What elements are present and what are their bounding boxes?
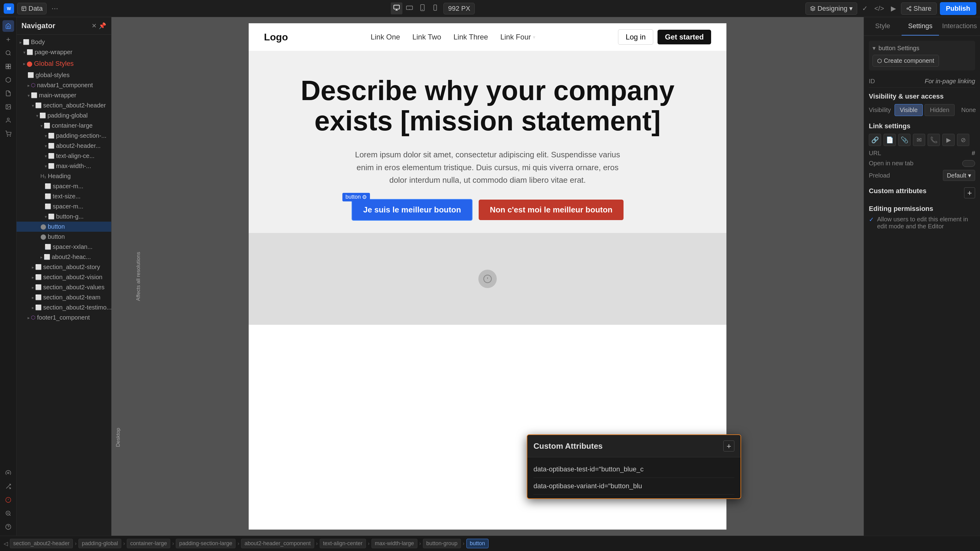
link-type-section-button[interactable]: 📎 — [898, 134, 910, 146]
pages-icon-button[interactable] — [2, 87, 14, 99]
designing-mode-button[interactable]: Designing ▾ — [805, 2, 857, 15]
id-label: ID — [869, 78, 875, 85]
id-value[interactable]: For in-page linking — [924, 78, 975, 85]
url-value[interactable]: # — [972, 150, 975, 157]
add-custom-attribute-button[interactable]: + — [723, 440, 734, 451]
cms-icon-button[interactable] — [2, 74, 14, 86]
components-icon-button[interactable] — [2, 60, 14, 72]
tab-settings[interactable]: Settings — [902, 17, 939, 35]
nav-item-page-wrapper[interactable]: ▾ ⬜ page-wrapper — [16, 47, 111, 57]
link-type-email-button[interactable]: ✉ — [913, 134, 925, 146]
breadcrumb-button[interactable]: button — [466, 539, 488, 548]
breadcrumb-section-about2-header[interactable]: section_about2-header — [10, 539, 73, 548]
nav-item-main-wrapper[interactable]: ▾ ⬜ main-wrapper — [16, 90, 111, 100]
nav-item-button-1[interactable]: ⬤ button — [16, 222, 111, 232]
viewport-tablet-portrait-button[interactable] — [417, 2, 428, 14]
nav-item-section-team[interactable]: ▸ ⬜ section_about2-team — [16, 292, 111, 302]
nav-item-global-styles-css[interactable]: ⬜ global-styles — [16, 70, 111, 80]
nav-item-max-width[interactable]: ▾ ⬜ max-width-... — [16, 161, 111, 171]
settings-icon-button[interactable] — [2, 467, 14, 479]
link-type-page-button[interactable]: 📄 — [883, 134, 896, 146]
add-custom-attribute-panel-button[interactable]: + — [964, 187, 975, 198]
integrations-icon-button[interactable] — [2, 481, 14, 492]
users-icon-button[interactable] — [2, 114, 14, 126]
breadcrumb-about2-header-component[interactable]: about2-header_component — [241, 539, 314, 548]
breadcrumb-text-align-center[interactable]: text-align-center — [320, 539, 366, 548]
nav-item-spacer-m1[interactable]: ⬜ spacer-m... — [16, 181, 111, 191]
add-element-icon-button[interactable] — [2, 34, 14, 45]
assets-icon-button[interactable] — [2, 101, 14, 113]
viewport-mobile-button[interactable] — [430, 2, 441, 14]
link-settings-title: Link settings — [869, 122, 975, 130]
viewport-tablet-landscape-button[interactable] — [404, 2, 415, 14]
bottom-bar-back-icon[interactable]: ◁ — [4, 540, 8, 547]
share-button[interactable]: Share — [901, 2, 937, 15]
code-editor-button[interactable]: </> — [872, 3, 886, 14]
nav-link-three[interactable]: Link Three — [453, 33, 488, 41]
button-group-wrapper: button ⚙ Je suis le meilleur bouton — [352, 199, 473, 221]
tab-style[interactable]: Style — [864, 17, 902, 35]
nav-item-spacer-xxlan[interactable]: ⬜ spacer-xxlan... — [16, 242, 111, 252]
more-options-button[interactable]: ⋯ — [49, 3, 60, 14]
navigator-icon-button[interactable] — [2, 20, 14, 32]
breadcrumb-button-group[interactable]: button-group — [423, 539, 461, 548]
nav-link-two[interactable]: Link Two — [412, 33, 441, 41]
nav-item-button-group[interactable]: ▾ ⬜ button-g... — [16, 211, 111, 222]
nav-item-global-styles[interactable]: ▸ ⬤ Global Styles — [16, 57, 111, 70]
create-component-button[interactable]: Create component — [872, 55, 939, 67]
search-icon-button[interactable] — [2, 47, 14, 59]
nav-item-about2-heac[interactable]: ▸ ⬜ about2-heac... — [16, 252, 111, 262]
nav-item-footer1-component[interactable]: ▸ ⬡ footer1_component — [16, 313, 111, 322]
navigator-close-button[interactable]: ✕ — [92, 22, 97, 29]
navigator-pin-button[interactable]: 📌 — [99, 22, 106, 29]
checkmark-button[interactable]: ✓ — [860, 3, 869, 14]
nav-item-section-values[interactable]: ▸ ⬜ section_about2-values — [16, 282, 111, 292]
nav-item-section-vision[interactable]: ▸ ⬜ section_about2-vision — [16, 272, 111, 282]
breadcrumb-padding-global[interactable]: padding-global — [78, 539, 121, 548]
custom-attribute-2[interactable]: data-optibase-variant-id="button_blu — [533, 478, 734, 495]
link-type-phone-button[interactable]: 📞 — [928, 134, 940, 146]
nav-item-body[interactable]: ▸ ⬜ Body — [16, 37, 111, 47]
custom-attribute-1[interactable]: data-optibase-test-id="button_blue_c — [533, 461, 734, 478]
breadcrumb-padding-section[interactable]: padding-section-large — [176, 539, 235, 548]
preview-button-red[interactable]: Non c'est moi le meilleur bouton — [479, 200, 624, 220]
ecommerce-icon-button[interactable] — [2, 128, 14, 140]
zoom-icon-button[interactable] — [2, 508, 14, 519]
nav-item-navbar1-component[interactable]: ▸ ⬡ navbar1_component — [16, 80, 111, 90]
help-icon-button[interactable] — [2, 521, 14, 533]
preview-button[interactable]: ▶ — [889, 3, 898, 14]
preview-cta-button[interactable]: Get started — [657, 30, 711, 44]
nav-item-section-testimo[interactable]: ▸ ⬜ section_about2-testimo... — [16, 302, 111, 313]
nav-item-text-size[interactable]: ⬜ text-size... — [16, 191, 111, 202]
preview-button-blue[interactable]: Je suis le meilleur bouton — [352, 199, 473, 221]
breadcrumb-max-width-large[interactable]: max-width-large — [371, 539, 417, 548]
nav-link-four-dropdown[interactable]: Link Four ▾ — [500, 33, 535, 41]
nav-item-section-about2-header[interactable]: ▾ ⬜ section_about2-header — [16, 100, 111, 111]
viewport-desktop-button[interactable] — [391, 2, 402, 14]
nav-item-text-align[interactable]: ▾ ⬜ text-align-ce... — [16, 151, 111, 161]
nav-item-container-large[interactable]: ▾ ⬜ container-large — [16, 121, 111, 131]
open-new-tab-toggle[interactable] — [962, 160, 975, 167]
visibility-hidden-button[interactable]: Hidden — [924, 104, 954, 116]
nav-item-section-story[interactable]: ▸ ⬜ section_about2-story — [16, 262, 111, 272]
nav-link-one[interactable]: Link One — [371, 33, 400, 41]
publish-button[interactable]: Publish — [940, 2, 976, 15]
preload-select[interactable]: Default ▾ — [943, 170, 975, 181]
nav-item-padding-section[interactable]: ▾ ⬜ padding-section-... — [16, 131, 111, 141]
link-type-none-button[interactable]: ⊘ — [957, 134, 969, 146]
svg-rect-1 — [394, 5, 399, 9]
visibility-visible-button[interactable]: Visible — [894, 104, 923, 116]
error-icon-button[interactable] — [2, 494, 14, 506]
webflow-logo[interactable]: W — [4, 3, 14, 14]
data-button[interactable]: Data — [17, 3, 46, 14]
link-type-media-button[interactable]: ▶ — [942, 134, 955, 146]
link-type-url-button[interactable]: 🔗 — [869, 134, 881, 146]
nav-item-padding-global[interactable]: ▾ ⬜ padding-global — [16, 111, 111, 121]
nav-item-spacer-m2[interactable]: ⬜ spacer-m... — [16, 202, 111, 211]
nav-item-heading[interactable]: H₁ Heading — [16, 171, 111, 181]
nav-item-about2-header[interactable]: ▾ ⬜ about2-header... — [16, 141, 111, 151]
nav-item-button-2[interactable]: ⬤ button — [16, 232, 111, 242]
preview-login-button[interactable]: Log in — [618, 29, 653, 45]
breadcrumb-container-large[interactable]: container-large — [127, 539, 170, 548]
tab-interactions[interactable]: Interactions — [939, 17, 980, 35]
